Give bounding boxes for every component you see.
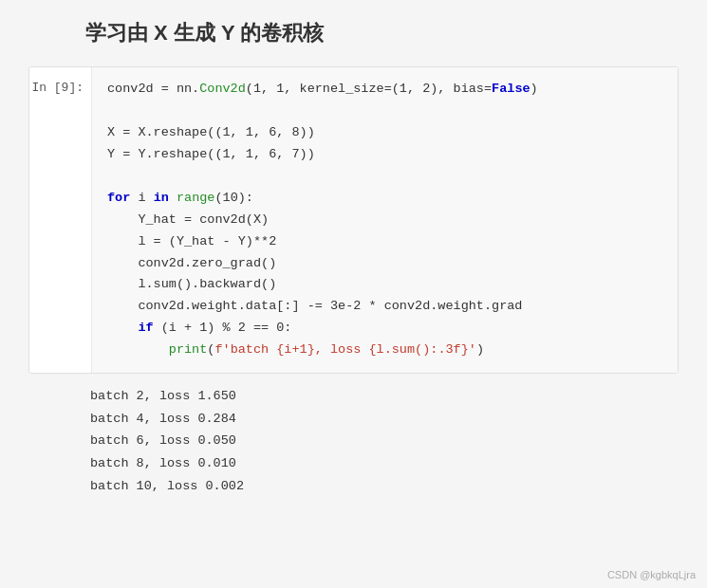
code-line-blank1 bbox=[107, 101, 662, 122]
notebook-cell: In [9]: conv2d = nn.Conv2d(1, 1, kernel_… bbox=[28, 66, 679, 374]
code-line-blank2 bbox=[107, 166, 662, 188]
output-line-2: batch 4, loss 0.284 bbox=[90, 408, 679, 431]
output-line-5: batch 10, loss 0.002 bbox=[90, 475, 679, 498]
code-line-7: Y_hat = conv2d(X) bbox=[107, 210, 662, 231]
code-line-4: Y = Y.reshape((1, 1, 6, 7)) bbox=[107, 144, 662, 166]
code-line-3: X = X.reshape((1, 1, 6, 8)) bbox=[107, 122, 662, 144]
code-line-11: conv2d.weight.data[:] -= 3e-2 * conv2d.w… bbox=[107, 296, 662, 318]
output-line-4: batch 8, loss 0.010 bbox=[90, 452, 679, 475]
code-line-9: conv2d.zero_grad() bbox=[107, 253, 662, 275]
code-line-10: l.sum().backward() bbox=[107, 274, 662, 296]
output-line-1: batch 2, loss 1.650 bbox=[90, 385, 679, 408]
output-line-3: batch 6, loss 0.050 bbox=[90, 430, 679, 452]
code-line-1: conv2d = nn.Conv2d(1, 1, kernel_size=(1,… bbox=[107, 79, 662, 101]
code-line-13: print(f'batch {i+1}, loss {l.sum():.3f}'… bbox=[107, 340, 662, 361]
page-title: 学习由 X 生成 Y 的卷积核 bbox=[85, 19, 324, 47]
code-line-6: for i in range(10): bbox=[107, 188, 662, 210]
cell-label: In [9]: bbox=[29, 67, 91, 373]
cell-code[interactable]: conv2d = nn.Conv2d(1, 1, kernel_size=(1,… bbox=[91, 67, 678, 373]
code-line-12: if (i + 1) % 2 == 0: bbox=[107, 318, 662, 340]
watermark: CSDN @kgbkqLjra bbox=[607, 569, 696, 580]
code-line-8: l = (Y_hat - Y)**2 bbox=[107, 231, 662, 253]
cell-output: batch 2, loss 1.650 batch 4, loss 0.284 … bbox=[28, 385, 679, 497]
